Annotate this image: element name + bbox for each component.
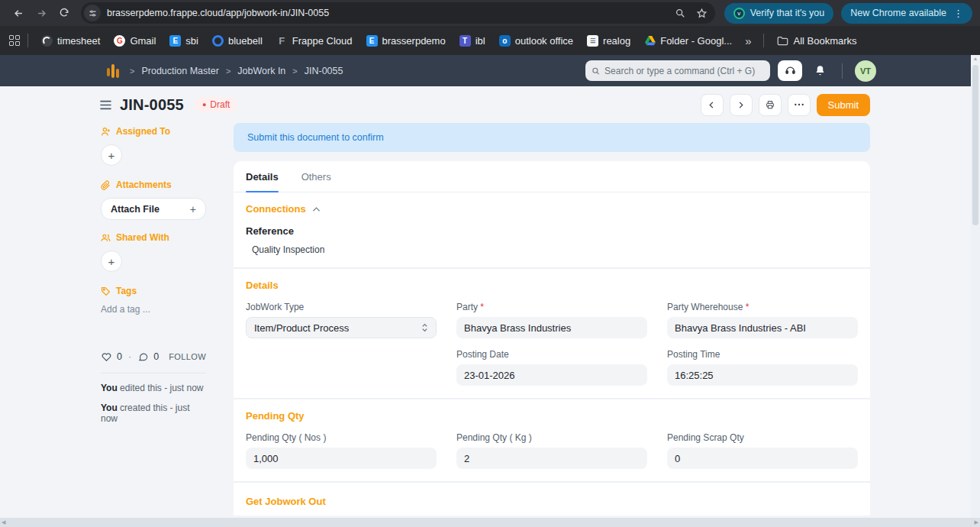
bookmark-frappe-cloud[interactable]: F Frappe Cloud bbox=[271, 32, 358, 50]
chevron-right-icon: > bbox=[226, 66, 230, 76]
chrome-update-chip[interactable]: New Chrome available ⋮ bbox=[841, 3, 972, 24]
breadcrumb-jin-0055[interactable]: JIN-0055 bbox=[305, 66, 343, 76]
form-card: Details Others Connections Reference Qua… bbox=[234, 161, 870, 516]
more-options-button[interactable] bbox=[788, 94, 811, 116]
heart-icon[interactable] bbox=[101, 351, 112, 362]
tab-others[interactable]: Others bbox=[301, 161, 331, 192]
field-label: JobWork Type bbox=[246, 302, 437, 312]
submit-button[interactable]: Submit bbox=[817, 94, 870, 116]
comment-count[interactable]: 0 bbox=[153, 351, 159, 362]
vertical-scrollbar[interactable]: ▲ bbox=[971, 55, 980, 518]
field-label: Posting Time bbox=[667, 349, 858, 360]
pending-scrap-qty-input[interactable]: 0 bbox=[667, 448, 858, 469]
divider bbox=[763, 34, 764, 47]
bookmark-label: ibl bbox=[475, 35, 485, 47]
bookmarks-overflow-chevron[interactable]: » bbox=[740, 34, 756, 47]
bookmark-realog[interactable]: ☰ realog bbox=[582, 32, 636, 50]
verify-icon: v bbox=[733, 8, 745, 19]
reload-icon[interactable] bbox=[53, 2, 75, 24]
attachments-label: Attachments bbox=[116, 179, 172, 190]
avatar[interactable]: VT bbox=[855, 60, 876, 82]
global-search[interactable] bbox=[585, 60, 770, 81]
get-jobwork-out-heading: Get Jobwork Out bbox=[246, 496, 326, 507]
bookmark-bluebell[interactable]: bluebell bbox=[207, 32, 268, 50]
search-in-page-icon[interactable] bbox=[675, 8, 685, 18]
posting-date-input[interactable]: 23-01-2026 bbox=[456, 364, 647, 386]
printer-icon bbox=[765, 100, 775, 110]
party-input[interactable]: Bhavya Brass Industries bbox=[456, 317, 647, 338]
posting-time-input[interactable]: 16:25:25 bbox=[667, 364, 858, 386]
reference-heading: Reference bbox=[246, 225, 858, 237]
like-count[interactable]: 0 bbox=[117, 351, 122, 362]
add-tag-input[interactable]: Add a tag ... bbox=[101, 304, 206, 315]
field-posting-time: Posting Time 16:25:25 bbox=[667, 349, 858, 386]
back-icon[interactable] bbox=[8, 2, 29, 24]
bookmark-sbi[interactable]: E sbi bbox=[164, 32, 204, 50]
notifications-button[interactable] bbox=[810, 60, 830, 81]
add-share-button[interactable]: + bbox=[101, 251, 122, 272]
bookmark-label: Folder - Googl... bbox=[660, 35, 732, 47]
breadcrumb: > Production Master > JobWork In > JIN-0… bbox=[130, 66, 578, 76]
divider bbox=[27, 34, 28, 47]
bookmark-gmail[interactable]: G Gmail bbox=[108, 32, 161, 50]
field-label: Party * bbox=[456, 302, 647, 312]
activity-created: You created this - just now bbox=[101, 403, 206, 424]
assigned-to-label: Assigned To bbox=[116, 126, 170, 137]
vertical-scrollbar-thumb[interactable] bbox=[972, 65, 978, 225]
connection-link-quality-inspection[interactable]: Quality Inspection bbox=[246, 244, 858, 255]
breadcrumb-jobwork-in[interactable]: JobWork In bbox=[237, 66, 285, 76]
browser-menu-icon[interactable]: ⋮ bbox=[953, 8, 963, 19]
search-input[interactable] bbox=[604, 66, 764, 76]
verify-identity-chip[interactable]: v Verify that it's you bbox=[724, 3, 834, 24]
app-logo-icon[interactable] bbox=[107, 63, 119, 79]
search-icon bbox=[592, 66, 600, 76]
breadcrumb-production-master[interactable]: Production Master bbox=[141, 66, 218, 76]
required-asterisk: * bbox=[480, 302, 484, 312]
document-sidebar: Assigned To + Attachments Attach File + … bbox=[99, 123, 234, 516]
chevron-up-icon[interactable] bbox=[312, 206, 321, 212]
chevron-right-icon: > bbox=[130, 66, 134, 76]
bookmark-star-icon[interactable] bbox=[696, 8, 708, 19]
print-button[interactable] bbox=[759, 94, 782, 116]
pending-qty-kg-input[interactable]: 2 bbox=[456, 448, 647, 469]
follow-button[interactable]: FOLLOW bbox=[169, 352, 206, 361]
tab-details[interactable]: Details bbox=[246, 161, 279, 192]
connections-heading: Connections bbox=[246, 203, 306, 215]
field-label: Party Wherehouse * bbox=[667, 302, 858, 312]
scroll-left-icon[interactable]: ◀ bbox=[2, 519, 5, 525]
bookmark-ibl[interactable]: T ibl bbox=[454, 32, 491, 50]
party-warehouse-input[interactable]: Bhavya Brass Industries - ABI bbox=[667, 317, 858, 338]
prev-document-button[interactable] bbox=[701, 94, 724, 116]
users-icon bbox=[101, 233, 111, 243]
bookmark-label: Gmail bbox=[130, 35, 156, 47]
forward-icon[interactable] bbox=[31, 2, 52, 24]
divider bbox=[101, 373, 206, 373]
comment-icon[interactable] bbox=[137, 351, 149, 362]
bookmark-label: realog bbox=[603, 35, 630, 47]
sidebar-toggle-icon[interactable] bbox=[99, 99, 112, 111]
field-jobwork-type: JobWork Type Item/Product Process bbox=[246, 302, 437, 338]
scroll-up-icon[interactable]: ▲ bbox=[971, 56, 980, 61]
help-headset-button[interactable] bbox=[778, 60, 802, 81]
bookmark-drive-folder[interactable]: Folder - Googl... bbox=[639, 32, 737, 50]
connections-section: Connections Reference Quality Inspection bbox=[234, 192, 870, 269]
horizontal-scrollbar[interactable]: ◀ ▶ bbox=[0, 518, 980, 527]
attach-file-button[interactable]: Attach File + bbox=[101, 198, 206, 220]
pending-qty-nos-input[interactable]: 1,000 bbox=[246, 448, 437, 469]
all-bookmarks-button[interactable]: All Bookmarks bbox=[772, 32, 862, 50]
site-settings-icon[interactable] bbox=[84, 5, 101, 21]
tag-icon bbox=[101, 286, 111, 296]
bookmark-outlook[interactable]: o outlook office bbox=[494, 32, 579, 50]
next-document-button[interactable] bbox=[730, 94, 753, 116]
apps-grid-icon[interactable] bbox=[9, 35, 20, 46]
jobwork-type-select[interactable]: Item/Product Process bbox=[246, 317, 437, 338]
field-pending-qty-kg: Pending Qty ( Kg ) 2 bbox=[456, 432, 647, 469]
bell-icon bbox=[814, 65, 826, 76]
frappe-icon: F bbox=[276, 35, 288, 47]
address-bar[interactable]: brasserpdemo.frappe.cloud/app/jobwork-in… bbox=[81, 2, 715, 24]
scroll-right-icon[interactable]: ▶ bbox=[975, 519, 978, 525]
add-assignment-button[interactable]: + bbox=[101, 144, 122, 166]
bookmark-timesheet[interactable]: timesheet bbox=[36, 32, 105, 50]
bookmark-brasserpdemo[interactable]: E brasserpdemo bbox=[361, 32, 451, 50]
grid-spacer bbox=[246, 349, 437, 386]
